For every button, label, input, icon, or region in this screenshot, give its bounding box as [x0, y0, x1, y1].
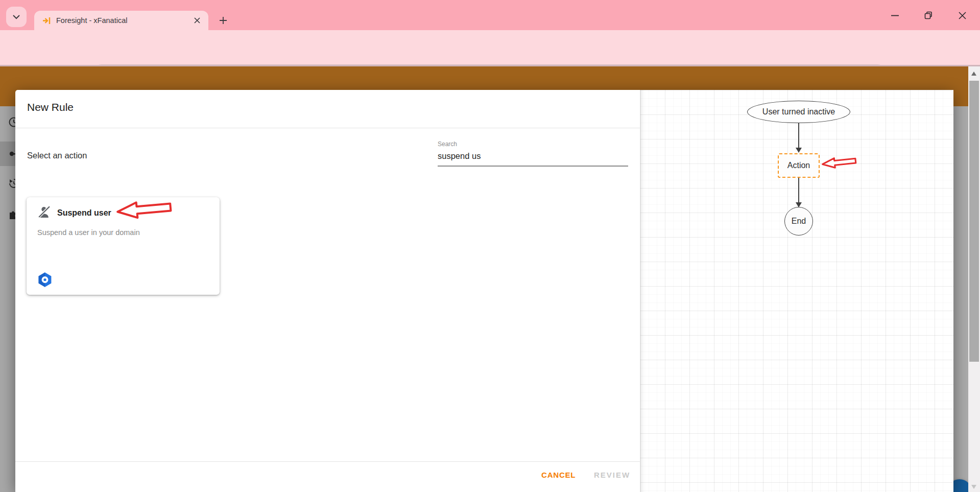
page-scrollbar[interactable]	[968, 66, 980, 492]
new-rule-dialog: New Rule Select an action Search suspend…	[15, 90, 953, 492]
search-underline	[438, 166, 628, 167]
browser-titlebar: Foresight - xFanatical	[0, 0, 980, 30]
foresight-favicon-icon	[42, 16, 51, 25]
scrollbar-up-arrow[interactable]	[971, 72, 976, 76]
arrowhead-icon	[796, 148, 802, 153]
chevron-down-icon	[13, 15, 20, 19]
search-label: Search	[438, 140, 628, 148]
flow-edge-trigger-action	[798, 123, 799, 148]
browser-window: Foresight - xFanatical	[0, 0, 980, 492]
scrollbar-thumb[interactable]	[969, 81, 979, 362]
section-label: Select an action	[27, 151, 87, 160]
browser-tab[interactable]: Foresight - xFanatical	[34, 11, 208, 30]
flow-node-action[interactable]: Action	[778, 153, 820, 178]
cancel-button[interactable]: CANCEL	[541, 471, 576, 479]
browser-toolbar: foresight.xfanatical.com/#/rules S	[0, 30, 980, 65]
scrollbar-down-arrow[interactable]	[971, 485, 976, 489]
flow-edge-action-end	[798, 178, 799, 202]
dialog-title: New Rule	[27, 101, 74, 113]
card-description: Suspend a user in your domain	[37, 228, 140, 237]
flow-node-end[interactable]: End	[784, 207, 813, 236]
title-divider	[15, 128, 640, 128]
dialog-panel: New Rule Select an action Search suspend…	[15, 90, 640, 492]
window-restore-button[interactable]	[917, 4, 940, 27]
person-off-icon	[37, 205, 51, 219]
tab-close-icon[interactable]	[191, 14, 203, 27]
new-tab-button[interactable]	[214, 11, 232, 30]
annotation-arrow-action	[821, 152, 858, 172]
action-label: Action	[787, 161, 810, 170]
card-title: Suspend user	[57, 208, 111, 218]
window-close-button[interactable]	[950, 4, 974, 27]
search-input[interactable]: suspend us	[438, 151, 628, 161]
rule-flow-canvas[interactable]: User turned inactive Action End	[640, 90, 953, 492]
tab-search-button[interactable]	[6, 7, 27, 27]
window-minimize-button[interactable]	[883, 4, 906, 27]
end-label: End	[792, 217, 806, 226]
tab-title: Foresight - xFanatical	[56, 16, 191, 25]
review-button[interactable]: REVIEW	[594, 471, 630, 479]
trigger-label: User turned inactive	[762, 107, 835, 116]
flow-node-trigger[interactable]: User turned inactive	[747, 101, 850, 123]
action-search-field[interactable]: Search suspend us	[438, 140, 628, 167]
footer-divider	[15, 461, 640, 462]
admin-hexagon-icon	[37, 272, 53, 288]
